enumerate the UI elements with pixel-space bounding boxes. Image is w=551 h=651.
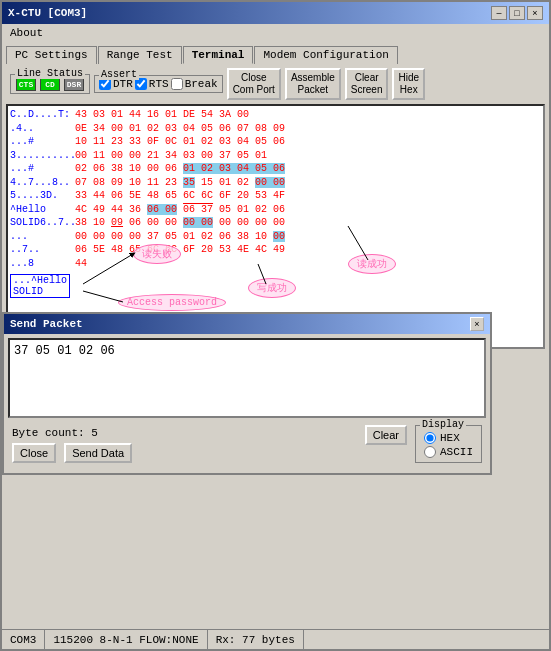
tab-bar: PC Settings Range Test Terminal Modem Co…	[2, 42, 549, 64]
terminal-line-4: 3.......... 00 11 00 00 21 34 03 00 37 0…	[10, 149, 541, 163]
dialog-close-btn[interactable]: Close	[12, 443, 56, 463]
ascii-radio[interactable]	[424, 446, 436, 458]
close-window-button[interactable]: ×	[527, 6, 543, 20]
menu-bar: About	[2, 24, 549, 42]
byte-count-label: Byte count:	[12, 427, 85, 439]
dialog-title-text: Send Packet	[10, 318, 83, 330]
byte-count-row: Byte count: 5	[12, 427, 132, 439]
status-port: COM3	[2, 630, 45, 649]
terminal-line-10: ... 00 00 00 00 37 05 01 02 06 38 10 00	[10, 230, 541, 244]
hide-hex-button[interactable]: HideHex	[392, 68, 425, 100]
dsr-led: DSR	[64, 77, 84, 91]
status-rx: Rx: 77 bytes	[208, 630, 304, 649]
maximize-button[interactable]: □	[509, 6, 525, 20]
dialog-title-bar: Send Packet ×	[4, 314, 490, 334]
terminal-line-6: 4..7...8.. 07 08 09 10 11 23 35 15 01 02…	[10, 176, 541, 190]
minimize-button[interactable]: –	[491, 6, 507, 20]
window-title: X-CTU [COM3]	[8, 7, 87, 19]
terminal-line-9: SOLID6..7.. 38 10 09 06 00 00 00 00 00 0…	[10, 216, 541, 230]
dialog-footer-left: Byte count: 5 Close Send Data	[12, 427, 132, 463]
break-checkbox[interactable]	[171, 78, 183, 90]
dialog-footer-right: Clear Display HEX ASCII	[365, 425, 482, 463]
menu-about[interactable]: About	[6, 26, 47, 40]
hex-panel: C..D....T: 43 03 01 44 16 01 DE 54 3A 00…	[8, 106, 543, 347]
terminal-line-5: ...# 02 06 38 10 00 06 01 02 03 04 05 06	[10, 162, 541, 176]
terminal-line-8: ^Hello 4C 49 44 36 06 00 06 37 05 01 02 …	[10, 203, 541, 217]
dialog-footer: Byte count: 5 Close Send Data Clear Disp…	[8, 421, 486, 469]
terminal-line-12: ...8 44	[10, 257, 541, 271]
ascii-label: ASCII	[440, 446, 473, 458]
close-com-port-button[interactable]: CloseCom Port	[227, 68, 281, 100]
tab-terminal[interactable]: Terminal	[183, 46, 254, 64]
tab-pc-settings[interactable]: PC Settings	[6, 46, 97, 64]
terminal-line-3: ...# 10 11 23 33 0F 0C 01 02 03 04 05 06	[10, 135, 541, 149]
terminal-line-2: .4.. 0E 34 00 01 02 03 04 05 06 07 08 09	[10, 122, 541, 136]
title-bar: X-CTU [COM3] – □ ×	[2, 2, 549, 24]
hex-radio-row: HEX	[424, 432, 473, 444]
send-data-button[interactable]: Send Data	[64, 443, 132, 463]
clear-screen-button[interactable]: ClearScreen	[345, 68, 389, 100]
tab-modem-configuration[interactable]: Modem Configuration	[254, 46, 397, 64]
packet-input[interactable]: 37 05 01 02 06	[8, 338, 486, 418]
terminal-line-1: C..D....T: 43 03 01 44 16 01 DE 54 3A 00	[10, 108, 541, 122]
rts-checkbox-label[interactable]: RTS	[135, 78, 169, 90]
dialog-close-button[interactable]: ×	[470, 317, 484, 331]
ascii-radio-row: ASCII	[424, 446, 473, 458]
display-group: Display HEX ASCII	[415, 425, 482, 463]
terminal-line-7: 5....3D. 33 44 06 5E 48 65 6C 6C 6F 20 5…	[10, 189, 541, 203]
cd-led: CD	[40, 77, 60, 91]
dialog-content: 37 05 01 02 06 Byte count: 5 Close Send …	[4, 334, 490, 473]
main-window: X-CTU [COM3] – □ × About PC Settings Ran…	[0, 0, 551, 651]
send-packet-dialog: Send Packet × 37 05 01 02 06 Byte count:…	[2, 312, 492, 475]
line-status-label: Line Status	[15, 68, 85, 79]
toolbar: Line Status CTS CD DSR Assert DTR RTS Br…	[6, 66, 545, 102]
break-checkbox-label[interactable]: Break	[171, 78, 218, 90]
clear-button[interactable]: Clear	[365, 425, 407, 445]
status-bar: COM3 115200 8-N-1 FLOW:NONE Rx: 77 bytes	[2, 629, 549, 649]
terminal-line-11: ..7.. 06 5E 48 65 6C 6C 6F 20 53 4E 4C 4…	[10, 243, 541, 257]
assert-label: Assert	[99, 69, 139, 80]
cts-led: CTS	[16, 77, 36, 91]
byte-count-value: 5	[91, 427, 98, 439]
assemble-packet-button[interactable]: AssemblePacket	[285, 68, 341, 100]
hex-label: HEX	[440, 432, 460, 444]
hex-radio[interactable]	[424, 432, 436, 444]
status-settings: 115200 8-N-1 FLOW:NONE	[45, 630, 207, 649]
dialog-action-buttons: Close Send Data	[12, 443, 132, 463]
display-legend: Display	[420, 419, 466, 430]
title-bar-buttons: – □ ×	[491, 6, 543, 20]
tab-range-test[interactable]: Range Test	[98, 46, 182, 64]
